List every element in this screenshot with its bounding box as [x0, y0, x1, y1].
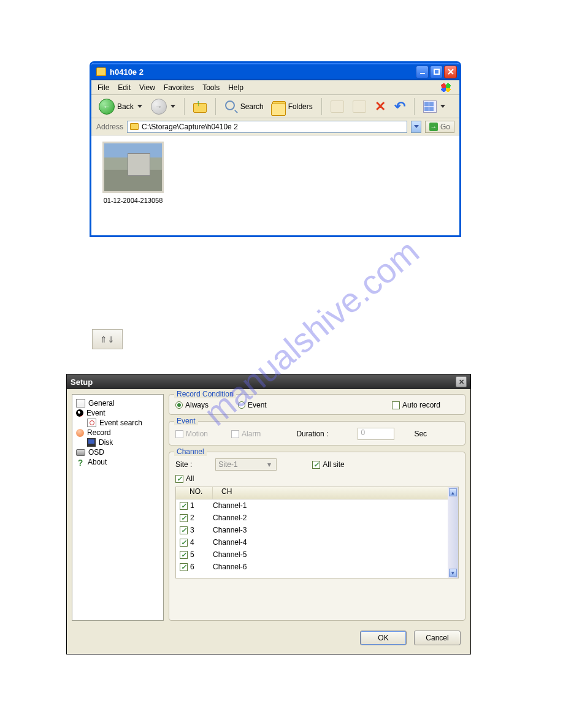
setup-button[interactable]: ⇑⇓ [92, 329, 123, 349]
search-button[interactable]: Search [222, 99, 266, 115]
move-to-button[interactable] [328, 99, 347, 114]
maximize-button[interactable] [430, 66, 443, 78]
delete-button[interactable]: ✕ [372, 97, 388, 116]
tree-osd[interactable]: OSD [75, 447, 161, 457]
svg-rect-1 [434, 69, 439, 74]
copy-to-button[interactable] [350, 99, 369, 114]
address-input[interactable]: C:\Storage\Capture\h0410e 2 [127, 121, 407, 133]
tree-label: Event search [99, 419, 142, 427]
delete-icon: ✕ [375, 99, 386, 115]
check-auto-record[interactable]: Auto record [392, 401, 440, 409]
menu-tools[interactable]: Tools [202, 83, 220, 92]
forward-button[interactable]: → [148, 97, 178, 116]
row-ch: Channel-2 [213, 514, 247, 522]
address-bar: Address C:\Storage\Capture\h0410e 2 → Go [91, 118, 459, 135]
tree-event[interactable]: Event [75, 408, 161, 418]
menu-view[interactable]: View [139, 83, 155, 92]
undo-button[interactable]: ↶ [392, 97, 408, 116]
check-label: Auto record [402, 401, 440, 409]
radio-label: Always [185, 401, 209, 409]
close-button[interactable] [444, 66, 457, 78]
windows-flag-icon [439, 82, 453, 94]
back-button[interactable]: ← Back [96, 97, 145, 116]
dialog-footer: OK Cancel [67, 626, 470, 654]
file-pane: 01-12-2004-213058 [91, 135, 459, 235]
table-row[interactable]: 1Channel-1 [176, 499, 448, 512]
disk-icon [87, 438, 96, 447]
tree-label: Record [87, 428, 111, 437]
back-caret-icon [137, 105, 142, 108]
table-row[interactable]: 3Channel-3 [176, 524, 448, 536]
copy-to-icon [353, 100, 366, 113]
search-icon [87, 419, 96, 427]
tree-label: Event [86, 409, 105, 417]
tree-event-search[interactable]: Event search [75, 418, 161, 428]
row-ch: Channel-3 [213, 526, 247, 534]
check-all[interactable]: All [175, 474, 194, 483]
table-row[interactable]: 2Channel-2 [176, 512, 448, 524]
scroll-up-icon[interactable]: ▴ [449, 488, 457, 496]
radio-always[interactable]: Always [175, 401, 209, 409]
row-ch: Channel-4 [213, 538, 247, 547]
table-row[interactable]: 4Channel-4 [176, 536, 448, 548]
tree-disk[interactable]: Disk [75, 438, 161, 447]
row-check[interactable]: 5 [180, 550, 213, 559]
setup-icon: ⇑⇓ [100, 335, 115, 344]
row-no: 6 [190, 563, 194, 571]
scrollbar[interactable]: ▴ ▾ [448, 487, 458, 578]
tree-label: About [88, 458, 107, 466]
dialog-titlebar: Setup ✕ [67, 374, 470, 389]
row-check[interactable]: 2 [180, 514, 213, 522]
minimize-button[interactable] [416, 66, 429, 78]
go-label: Go [440, 123, 450, 131]
back-arrow-icon: ← [99, 99, 115, 115]
folder-icon [96, 67, 106, 76]
check-all-site[interactable]: All site [312, 460, 344, 469]
ok-button[interactable]: OK [360, 631, 407, 645]
row-ch: Channel-5 [213, 550, 247, 559]
go-button[interactable]: → Go [425, 121, 454, 133]
cancel-button[interactable]: Cancel [414, 631, 461, 645]
tree-general[interactable]: General [75, 398, 161, 408]
channel-group: Channel Site : Site-1 ▾ All site All [169, 452, 465, 621]
window-title: h0410e 2 [110, 67, 415, 77]
group-title: Record Condition [174, 390, 236, 398]
event-group: Event Motion Alarm Duration : 0 Sec [169, 421, 465, 446]
channel-table: NO. CH 1Channel-12Channel-23Channel-34Ch… [175, 487, 459, 578]
table-row[interactable]: 5Channel-5 [176, 548, 448, 561]
event-icon [76, 409, 83, 417]
group-title: Channel [174, 447, 207, 456]
record-icon [76, 429, 84, 437]
file-thumb[interactable]: 01-12-2004-213058 [102, 142, 164, 204]
tree-record[interactable]: Record [75, 428, 161, 438]
search-icon [224, 100, 238, 113]
site-select[interactable]: Site-1 ▾ [215, 458, 277, 471]
row-check[interactable]: 1 [180, 501, 213, 510]
radio-event[interactable]: Event [238, 401, 267, 409]
row-check[interactable]: 4 [180, 538, 213, 547]
explorer-window: h0410e 2 File Edit View Favorites Tools … [90, 61, 461, 237]
setup-dialog: Setup ✕ General Event Event search Recor… [66, 374, 471, 654]
menu-help[interactable]: Help [228, 83, 243, 92]
menu-edit[interactable]: Edit [118, 83, 131, 92]
row-no: 5 [190, 550, 194, 559]
scroll-down-icon[interactable]: ▾ [449, 569, 457, 577]
col-ch[interactable]: CH [213, 487, 448, 499]
tree-about[interactable]: ?About [75, 457, 161, 467]
menu-favorites[interactable]: Favorites [164, 83, 194, 92]
svg-rect-0 [420, 73, 425, 74]
table-row[interactable]: 6Channel-6 [176, 561, 448, 573]
general-icon [76, 399, 85, 408]
duration-input[interactable]: 0 [358, 428, 394, 440]
folders-label: Folders [288, 102, 313, 111]
address-dropdown[interactable] [411, 121, 421, 133]
menu-file[interactable]: File [98, 83, 109, 92]
views-button[interactable] [421, 99, 448, 114]
up-button[interactable] [191, 99, 209, 114]
row-check[interactable]: 6 [180, 563, 213, 571]
row-check[interactable]: 3 [180, 526, 213, 534]
dialog-close-button[interactable]: ✕ [456, 376, 467, 387]
folders-button[interactable]: Folders [270, 100, 315, 113]
about-icon: ? [76, 458, 85, 466]
col-no[interactable]: NO. [176, 487, 213, 499]
